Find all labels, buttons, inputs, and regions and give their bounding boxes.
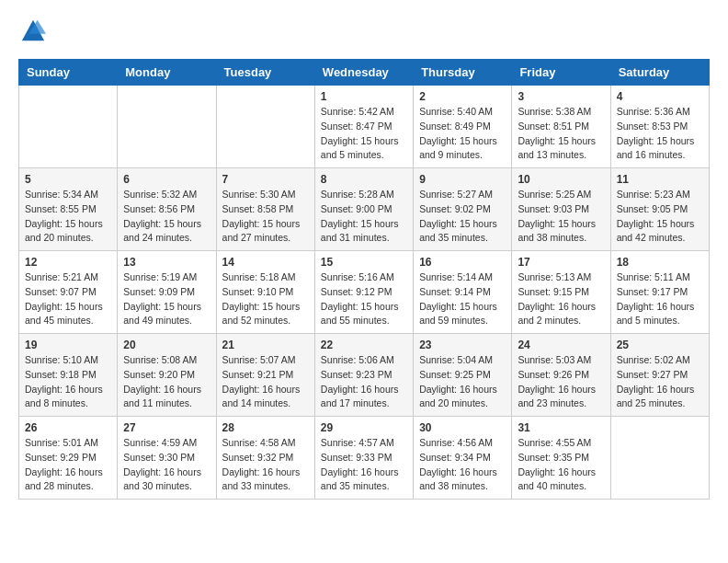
calendar-cell: 24Sunrise: 5:03 AMSunset: 9:26 PMDayligh…: [512, 334, 610, 417]
day-number: 30: [419, 421, 506, 434]
calendar-cell: 11Sunrise: 5:23 AMSunset: 9:05 PMDayligh…: [610, 168, 709, 251]
calendar-week-row: 19Sunrise: 5:10 AMSunset: 9:18 PMDayligh…: [19, 334, 710, 417]
day-info: Sunrise: 5:34 AMSunset: 8:55 PMDaylight:…: [25, 188, 111, 246]
calendar-cell: 3Sunrise: 5:38 AMSunset: 8:51 PMDaylight…: [512, 86, 610, 168]
day-number: 11: [617, 173, 703, 186]
day-number: 31: [518, 421, 604, 434]
weekday-header-monday: Monday: [118, 60, 216, 86]
calendar-cell: [19, 86, 118, 168]
day-info: Sunrise: 5:25 AMSunset: 9:03 PMDaylight:…: [518, 188, 604, 246]
day-number: 1: [321, 90, 407, 103]
day-info: Sunrise: 4:57 AMSunset: 9:33 PMDaylight:…: [321, 436, 407, 494]
calendar-cell: 18Sunrise: 5:11 AMSunset: 9:17 PMDayligh…: [610, 251, 709, 334]
day-info: Sunrise: 4:58 AMSunset: 9:32 PMDaylight:…: [222, 436, 309, 494]
calendar-cell: 30Sunrise: 4:56 AMSunset: 9:34 PMDayligh…: [414, 417, 512, 500]
day-info: Sunrise: 4:55 AMSunset: 9:35 PMDaylight:…: [518, 436, 604, 494]
calendar-cell: 20Sunrise: 5:08 AMSunset: 9:20 PMDayligh…: [118, 334, 216, 417]
day-info: Sunrise: 5:01 AMSunset: 9:29 PMDaylight:…: [25, 436, 111, 494]
day-number: 24: [518, 339, 604, 351]
calendar-cell: 15Sunrise: 5:16 AMSunset: 9:12 PMDayligh…: [314, 251, 413, 334]
day-number: 25: [617, 339, 703, 351]
day-info: Sunrise: 5:30 AMSunset: 8:58 PMDaylight:…: [222, 188, 309, 246]
calendar-cell: 13Sunrise: 5:19 AMSunset: 9:09 PMDayligh…: [118, 251, 216, 334]
calendar-cell: 10Sunrise: 5:25 AMSunset: 9:03 PMDayligh…: [512, 168, 610, 251]
day-number: 4: [617, 90, 703, 103]
day-number: 10: [518, 173, 604, 186]
day-info: Sunrise: 5:06 AMSunset: 9:23 PMDaylight:…: [321, 353, 407, 411]
day-number: 26: [25, 421, 111, 434]
calendar-cell: 16Sunrise: 5:14 AMSunset: 9:14 PMDayligh…: [414, 251, 512, 334]
day-number: 7: [222, 173, 309, 186]
day-info: Sunrise: 5:40 AMSunset: 8:49 PMDaylight:…: [419, 105, 506, 163]
calendar-cell: [610, 417, 709, 500]
calendar-cell: 7Sunrise: 5:30 AMSunset: 8:58 PMDaylight…: [216, 168, 314, 251]
calendar-cell: 27Sunrise: 4:59 AMSunset: 9:30 PMDayligh…: [118, 417, 216, 500]
day-info: Sunrise: 5:16 AMSunset: 9:12 PMDaylight:…: [321, 270, 407, 328]
day-info: Sunrise: 5:19 AMSunset: 9:09 PMDaylight:…: [123, 270, 210, 328]
calendar-cell: 22Sunrise: 5:06 AMSunset: 9:23 PMDayligh…: [314, 334, 413, 417]
day-info: Sunrise: 5:28 AMSunset: 9:00 PMDaylight:…: [321, 188, 407, 246]
calendar-cell: 31Sunrise: 4:55 AMSunset: 9:35 PMDayligh…: [512, 417, 610, 500]
weekday-header-sunday: Sunday: [19, 60, 118, 86]
day-info: Sunrise: 5:27 AMSunset: 9:02 PMDaylight:…: [419, 188, 506, 246]
calendar-cell: 17Sunrise: 5:13 AMSunset: 9:15 PMDayligh…: [512, 251, 610, 334]
calendar-cell: 19Sunrise: 5:10 AMSunset: 9:18 PMDayligh…: [19, 334, 118, 417]
calendar-cell: [216, 86, 314, 168]
calendar-week-row: 1Sunrise: 5:42 AMSunset: 8:47 PMDaylight…: [19, 86, 710, 168]
day-number: 29: [321, 421, 407, 434]
day-number: 12: [25, 256, 111, 269]
day-info: Sunrise: 5:11 AMSunset: 9:17 PMDaylight:…: [617, 270, 703, 328]
calendar-cell: 21Sunrise: 5:07 AMSunset: 9:21 PMDayligh…: [216, 334, 314, 417]
day-number: 16: [419, 256, 506, 269]
calendar-cell: 26Sunrise: 5:01 AMSunset: 9:29 PMDayligh…: [19, 417, 118, 500]
day-info: Sunrise: 5:14 AMSunset: 9:14 PMDaylight:…: [419, 270, 506, 328]
calendar-cell: 23Sunrise: 5:04 AMSunset: 9:25 PMDayligh…: [414, 334, 512, 417]
day-info: Sunrise: 5:04 AMSunset: 9:25 PMDaylight:…: [419, 353, 506, 411]
day-number: 15: [321, 256, 407, 269]
calendar-week-row: 12Sunrise: 5:21 AMSunset: 9:07 PMDayligh…: [19, 251, 710, 334]
day-info: Sunrise: 5:32 AMSunset: 8:56 PMDaylight:…: [123, 188, 210, 246]
weekday-header-row: SundayMondayTuesdayWednesdayThursdayFrid…: [19, 60, 710, 86]
day-number: 2: [419, 90, 506, 103]
calendar-week-row: 26Sunrise: 5:01 AMSunset: 9:29 PMDayligh…: [19, 417, 710, 500]
logo: [18, 18, 46, 44]
calendar-cell: [118, 86, 216, 168]
day-number: 18: [617, 256, 703, 269]
calendar-cell: 2Sunrise: 5:40 AMSunset: 8:49 PMDaylight…: [414, 86, 512, 168]
weekday-header-friday: Friday: [512, 60, 610, 86]
calendar-cell: 1Sunrise: 5:42 AMSunset: 8:47 PMDaylight…: [314, 86, 413, 168]
day-info: Sunrise: 5:42 AMSunset: 8:47 PMDaylight:…: [321, 105, 407, 163]
day-number: 6: [123, 173, 210, 186]
calendar-cell: 8Sunrise: 5:28 AMSunset: 9:00 PMDaylight…: [314, 168, 413, 251]
weekday-header-thursday: Thursday: [414, 60, 512, 86]
calendar-table: SundayMondayTuesdayWednesdayThursdayFrid…: [18, 59, 710, 500]
day-number: 5: [25, 173, 111, 186]
day-info: Sunrise: 5:18 AMSunset: 9:10 PMDaylight:…: [222, 270, 309, 328]
day-number: 20: [123, 339, 210, 351]
day-number: 14: [222, 256, 309, 269]
weekday-header-tuesday: Tuesday: [216, 60, 314, 86]
logo-icon: [20, 18, 46, 44]
day-info: Sunrise: 5:38 AMSunset: 8:51 PMDaylight:…: [518, 105, 604, 163]
day-info: Sunrise: 5:36 AMSunset: 8:53 PMDaylight:…: [617, 105, 703, 163]
page-header: [18, 18, 710, 44]
day-number: 21: [222, 339, 309, 351]
calendar-cell: 4Sunrise: 5:36 AMSunset: 8:53 PMDaylight…: [610, 86, 709, 168]
day-number: 19: [25, 339, 111, 351]
day-info: Sunrise: 5:10 AMSunset: 9:18 PMDaylight:…: [25, 353, 111, 411]
day-info: Sunrise: 5:02 AMSunset: 9:27 PMDaylight:…: [617, 353, 703, 411]
calendar-cell: 28Sunrise: 4:58 AMSunset: 9:32 PMDayligh…: [216, 417, 314, 500]
weekday-header-wednesday: Wednesday: [314, 60, 413, 86]
day-number: 17: [518, 256, 604, 269]
day-info: Sunrise: 5:03 AMSunset: 9:26 PMDaylight:…: [518, 353, 604, 411]
calendar-cell: 12Sunrise: 5:21 AMSunset: 9:07 PMDayligh…: [19, 251, 118, 334]
day-number: 22: [321, 339, 407, 351]
calendar-cell: 9Sunrise: 5:27 AMSunset: 9:02 PMDaylight…: [414, 168, 512, 251]
day-number: 28: [222, 421, 309, 434]
day-info: Sunrise: 5:07 AMSunset: 9:21 PMDaylight:…: [222, 353, 309, 411]
weekday-header-saturday: Saturday: [610, 60, 709, 86]
day-info: Sunrise: 5:13 AMSunset: 9:15 PMDaylight:…: [518, 270, 604, 328]
day-number: 23: [419, 339, 506, 351]
day-number: 3: [518, 90, 604, 103]
day-info: Sunrise: 5:23 AMSunset: 9:05 PMDaylight:…: [617, 188, 703, 246]
